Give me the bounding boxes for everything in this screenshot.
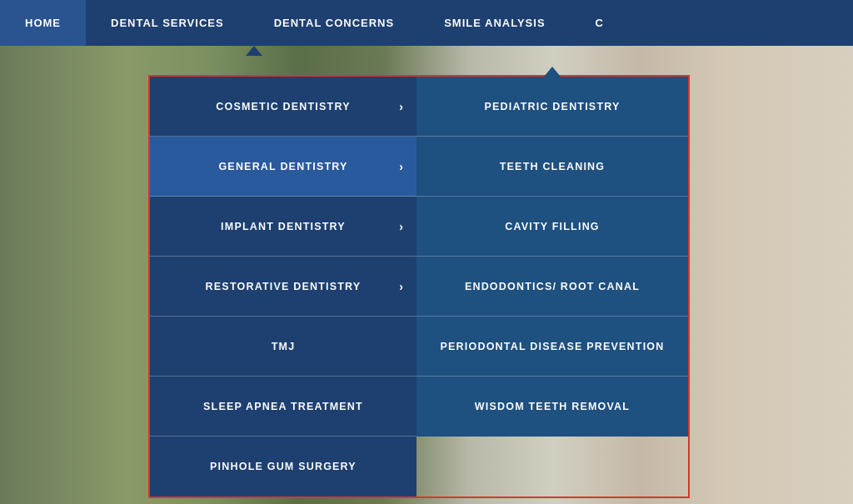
menu-item-implant-dentistry[interactable]: IMPLANT DENTISTRY › [150,197,417,257]
menu-item-label: TMJ [272,341,296,352]
dropdown-right-arrow-up [544,67,561,77]
nav-item-dental-services[interactable]: DENTAL SERVICES [86,0,249,46]
dropdown-menu: COSMETIC DENTISTRY › GENERAL DENTISTRY ›… [148,75,690,498]
dropdown-content: COSMETIC DENTISTRY › GENERAL DENTISTRY ›… [150,77,688,497]
menu-item-label: RESTORATIVE DENTISTRY [206,281,362,292]
menu-item-label: SLEEP APNEA TREATMENT [203,401,363,412]
menu-item-label: COSMETIC DENTISTRY [216,101,350,112]
menu-item-cavity-filling[interactable]: CAVITY FILLING [417,197,688,257]
dropdown-right-column-wrapper: PEDIATRIC DENTISTRY TEETH CLEANING CAVIT… [417,77,688,497]
menu-item-label: PINHOLE GUM SURGERY [210,461,357,472]
menu-item-label: PERIODONTAL DISEASE PREVENTION [441,341,665,352]
menu-item-restorative-dentistry[interactable]: RESTORATIVE DENTISTRY › [150,257,417,317]
menu-item-periodontal-disease-prevention[interactable]: PERIODONTAL DISEASE PREVENTION [417,317,688,377]
menu-item-label: PEDIATRIC DENTISTRY [484,101,620,112]
arrow-right-icon: › [399,220,404,233]
menu-item-label: CAVITY FILLING [505,221,600,232]
menu-item-label: GENERAL DENTISTRY [218,161,347,172]
menu-item-pinhole-gum-surgery[interactable]: PINHOLE GUM SURGERY [150,437,417,497]
arrow-right-icon: › [399,160,404,173]
menu-item-label: WISDOM TEETH REMOVAL [475,401,630,412]
menu-item-tmj[interactable]: TMJ [150,317,417,377]
dropdown-arrow-up [246,46,262,56]
menu-item-cosmetic-dentistry[interactable]: COSMETIC DENTISTRY › [150,77,417,137]
nav-item-smile-analysis[interactable]: SMILE ANALYSIS [419,0,570,46]
menu-item-endodontics-root-canal[interactable]: ENDODONTICS/ ROOT CANAL [417,257,688,317]
arrow-right-icon: › [399,280,404,293]
nav-item-home[interactable]: HOME [0,0,86,46]
nav-item-dental-concerns[interactable]: DENTAL CONCERNS [249,0,420,46]
menu-item-label: IMPLANT DENTISTRY [221,221,346,232]
arrow-right-icon: › [399,100,404,113]
menu-item-teeth-cleaning[interactable]: TEETH CLEANING [417,137,688,197]
menu-item-pediatric-dentistry[interactable]: PEDIATRIC DENTISTRY [417,77,688,137]
menu-item-sleep-apnea-treatment[interactable]: SLEEP APNEA TREATMENT [150,377,417,437]
menu-item-label: TEETH CLEANING [500,161,606,172]
dropdown-right-column: PEDIATRIC DENTISTRY TEETH CLEANING CAVIT… [417,77,688,437]
menu-item-general-dentistry[interactable]: GENERAL DENTISTRY › [150,137,417,197]
nav-item-contact[interactable]: C [571,0,629,46]
navbar: HOME DENTAL SERVICES DENTAL CONCERNS SMI… [0,0,853,46]
menu-item-wisdom-teeth-removal[interactable]: WISDOM TEETH REMOVAL [417,377,688,437]
menu-item-label: ENDODONTICS/ ROOT CANAL [465,281,640,292]
dropdown-left-column: COSMETIC DENTISTRY › GENERAL DENTISTRY ›… [150,77,417,497]
